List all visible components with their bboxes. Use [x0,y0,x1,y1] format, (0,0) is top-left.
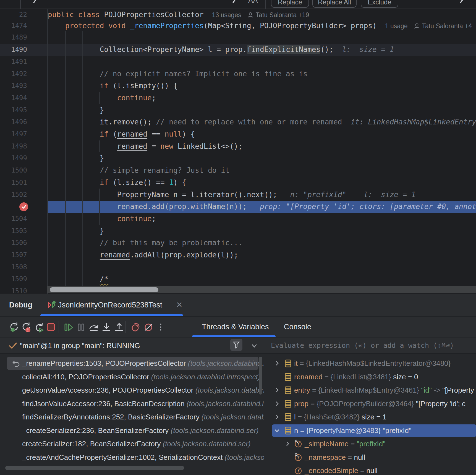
line-number[interactable]: 1500 [0,165,27,177]
code-line[interactable]: 1508 [0,261,476,273]
replace-all-button[interactable]: Replace All [312,0,357,8]
code-line[interactable]: 1492 // no explicit names? Implicit one … [0,68,476,80]
variable-row[interactable]: f_encodedSimple = null [265,464,476,475]
line-number[interactable]: 1494 [0,92,27,104]
chevron-collapsed-icon[interactable] [274,410,280,424]
code-line[interactable]: 1502 PropertyName n = l.iterator().next(… [0,189,476,201]
usages-hint[interactable]: 13 usages [212,11,241,19]
line-number[interactable]: 1496 [0,116,27,128]
view-breakpoints-icon[interactable] [130,322,142,333]
line-number[interactable]: 1505 [0,225,27,237]
stack-frame-row[interactable]: getJsonValueAccessor:236, POJOProperties… [0,383,264,397]
line-number[interactable]: 1491 [0,56,27,68]
replace-button[interactable]: Replace [271,0,309,8]
line-number[interactable]: 1489 [0,32,27,44]
stack-frame-row[interactable]: _renameProperties:1503, POJOPropertiesCo… [0,357,264,370]
variable-row[interactable]: f_namespace = null [265,451,476,464]
stack-frame-row[interactable]: collectAll:410, POJOPropertiesCollector … [0,370,264,384]
evaluate-expression-field[interactable]: Evaluate expression (⏎) or add a watch (… [271,338,454,353]
code-line[interactable]: 1499 } [0,152,476,165]
line-number[interactable]: 1502 [0,189,27,201]
rerun-failed-tests-icon[interactable] [20,322,32,333]
line-number[interactable]: 1506 [0,237,27,249]
pane-divider[interactable] [265,338,265,475]
chevron-collapsed-icon[interactable] [274,383,280,397]
code-line[interactable]: 1509 /* [0,273,476,285]
code-line[interactable]: 1495 } [0,104,476,116]
stack-frame-row[interactable]: findJsonValueAccessor:236, BasicBeanDesc… [0,397,264,411]
tab-threads-variables[interactable]: Threads & Variables [202,317,269,337]
variable-text: _namespace = null [305,451,365,464]
line-number[interactable]: 1492 [0,68,27,80]
rerun-debug-icon[interactable] [8,322,19,333]
match-case-toggle[interactable]: AA [248,0,258,5]
rerun-test-icon[interactable] [33,322,44,333]
line-number[interactable]: 1509 [0,273,27,285]
stack-frame-row[interactable]: createSerializer:182, BeanSerializerFact… [0,437,264,451]
step-into-icon[interactable] [101,322,112,333]
editor-hscrollbar-thumb[interactable] [50,287,158,292]
variable-row[interactable]: f_simpleName = "prefixId" [265,437,476,451]
line-number[interactable]: 1501 [0,177,27,189]
resume-icon[interactable] [63,322,74,333]
chevron-collapsed-icon[interactable] [284,437,291,450]
code-line[interactable]: 1506 // but this may be problematic... [0,237,476,249]
code-line[interactable]: 1490 Collection<PropertyName> l = prop.f… [0,44,476,56]
code-line[interactable]: 1501 if (l.size() == 1) { [0,177,476,189]
line-number[interactable]: 1497 [0,128,27,140]
code-line[interactable]: 1505 } [0,225,476,237]
tab-console[interactable]: Console [284,317,311,337]
code-line[interactable]: 1493 if (l.isEmpty()) { [0,80,476,92]
line-number[interactable]: 1508 [0,261,27,273]
variable-row[interactable]: n = {PropertyName@3483} "prefixId" [265,424,476,437]
chevron-collapsed-icon[interactable] [274,357,280,370]
usages-hint[interactable]: 1 usage [385,22,408,30]
mute-breakpoints-icon[interactable] [143,322,154,333]
author-hint[interactable]: Tatu Saloranta +4 [422,22,472,30]
line-number[interactable]: 1507 [0,249,27,261]
line-number[interactable]: 1495 [0,104,27,116]
code-line[interactable]: 1491 [0,56,476,68]
variable-row[interactable]: entry = {LinkedHashMap$Entry@3461} "id" … [265,383,476,397]
stop-icon[interactable] [45,322,56,333]
code-editor[interactable]: 22public class POJOPropertiesCollector13… [0,9,476,294]
more-icon[interactable] [155,322,166,333]
step-out-icon[interactable] [114,322,125,333]
author-hint[interactable]: Tatu Saloranta +19 [256,11,309,19]
frames-vscrollbar-thumb[interactable] [259,357,262,395]
code-line[interactable]: 1500 // simple renaming? Just do it [0,165,476,177]
line-number[interactable]: 1490 [0,44,27,56]
exclude-button[interactable]: Exclude [361,0,398,8]
pause-icon[interactable] [75,322,87,333]
close-icon[interactable]: ✕ [176,294,182,316]
line-number[interactable]: 1498 [0,140,27,153]
step-over-icon[interactable] [88,322,99,333]
line-number[interactable]: 1510 [0,285,27,294]
variable-row[interactable]: l = {HashSet@3482} size = 1 [265,410,476,424]
line-number[interactable]: 1499 [0,152,27,165]
code-line[interactable]: 1496 it.remove(); // need to replace wit… [0,116,476,128]
frames-hscrollbar-thumb[interactable] [5,466,184,470]
code-line[interactable]: 1507 renamed.addAll(prop.explode(l)); [0,249,476,261]
editor-hscrollbar-track[interactable] [47,286,476,293]
chevron-collapsed-icon[interactable] [274,397,280,410]
code-line[interactable]: 1489 [0,32,476,44]
stack-frame-row[interactable]: _createAndCachePropertySerializer:1002, … [0,451,264,464]
code-line[interactable]: renamed.add(prop.withName(n)); prop: "[P… [0,201,476,213]
thread-status-text[interactable]: "main"@1 in group "main": RUNNING [20,338,140,353]
chevron-down-icon[interactable] [250,342,258,350]
variable-row[interactable]: it = {LinkedHashMap$LinkedEntryIterator@… [265,357,476,370]
code-line[interactable]: 1494 continue; [0,92,476,104]
chevron-expanded-icon[interactable] [274,424,280,437]
code-line[interactable]: 1497 if (renamed == null) { [0,128,476,140]
variable-row[interactable]: renamed = {LinkedList@3481} size = 0 [265,370,476,384]
filter-frames-button[interactable] [230,339,242,351]
variable-row[interactable]: prop = {POJOPropertyBuilder@3464} "[Prop… [265,397,476,411]
line-number[interactable]: 1493 [0,80,27,92]
code-line[interactable]: 1504 continue; [0,213,476,225]
stack-frame-row[interactable]: findSerializerByAnnotations:252, BasicSe… [0,410,264,424]
breakpoint-icon[interactable] [19,202,28,211]
code-line[interactable]: 1498 renamed = new LinkedList<>(); [0,140,476,153]
line-number[interactable]: 1504 [0,213,27,225]
stack-frame-row[interactable]: _createSerializer2:236, BeanSerializerFa… [0,424,264,437]
